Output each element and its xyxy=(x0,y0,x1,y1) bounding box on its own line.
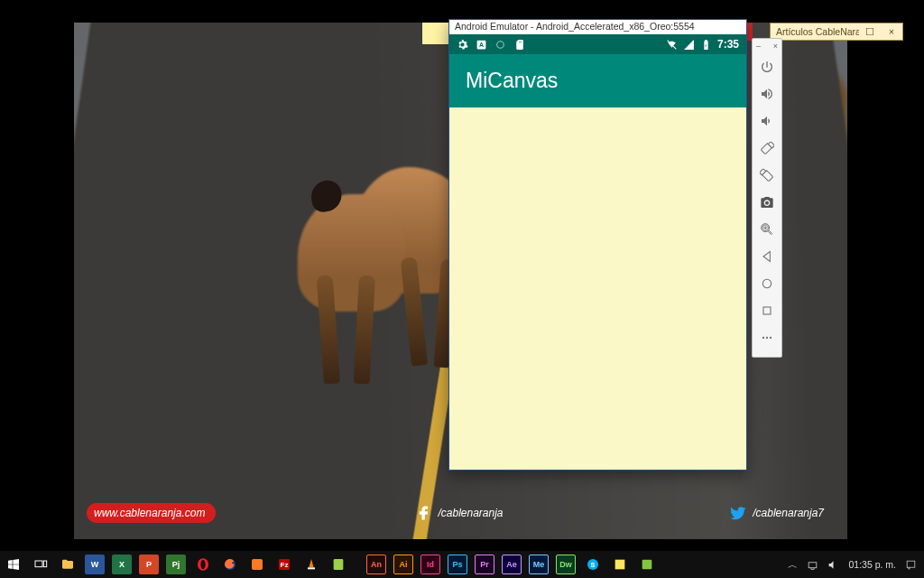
status-clock: 7:35 xyxy=(717,38,739,51)
gear-icon xyxy=(457,39,468,51)
battery-icon xyxy=(700,39,712,51)
android-emulator-window[interactable]: Android Emulator - Android_Accelerated_x… xyxy=(448,19,747,471)
ae-icon: Ae xyxy=(502,555,522,574)
skype-icon: S xyxy=(586,557,600,572)
photoshop-icon: Ps xyxy=(448,555,467,574)
letter-a-icon: A xyxy=(476,39,487,51)
taskbar-androidstudio[interactable] xyxy=(633,551,661,578)
volume-down-icon xyxy=(760,114,774,128)
task-view-icon xyxy=(33,557,48,572)
opera-icon xyxy=(196,557,210,572)
circle-icon xyxy=(494,39,506,51)
svg-point-11 xyxy=(200,560,205,570)
bg-window-maximize[interactable]: ☐ xyxy=(859,26,881,38)
emu-tool-rotate-left[interactable] xyxy=(754,135,780,162)
bg-window-close[interactable]: × xyxy=(881,26,902,37)
word-icon: W xyxy=(85,555,105,574)
svg-point-2 xyxy=(497,41,504,48)
volume-up-icon xyxy=(760,87,774,101)
android-status-bar: A 7:35 xyxy=(449,34,746,54)
svg-rect-16 xyxy=(308,567,315,569)
more-icon xyxy=(760,331,774,345)
svg-rect-4 xyxy=(763,307,771,314)
taskbar-animate[interactable]: An xyxy=(363,551,390,578)
filezilla-icon: Fz xyxy=(277,557,291,572)
background-window-title: Artículos CableNaranja xyxy=(771,26,859,37)
svg-rect-17 xyxy=(334,559,344,570)
windows-icon xyxy=(6,557,21,572)
taskbar-media-encoder[interactable]: Me xyxy=(525,551,552,578)
me-icon: Me xyxy=(529,555,549,574)
svg-rect-13 xyxy=(252,559,263,570)
start-button[interactable] xyxy=(0,551,27,578)
xampp-icon xyxy=(250,557,264,572)
emu-tool-overview[interactable] xyxy=(754,297,780,324)
taskbar-photoshop[interactable]: Ps xyxy=(444,551,471,578)
task-view-button[interactable] xyxy=(27,551,54,578)
facebook-icon xyxy=(414,504,432,522)
svg-rect-22 xyxy=(809,562,818,567)
emu-tool-rotate-right[interactable] xyxy=(754,162,780,189)
file-explorer-button[interactable] xyxy=(54,551,81,578)
zoom-icon xyxy=(760,222,774,237)
rotate-right-icon xyxy=(760,168,774,182)
android-app-body[interactable] xyxy=(449,107,746,470)
svg-rect-8 xyxy=(35,561,42,567)
taskbar-dreamweaver[interactable]: Dw xyxy=(552,551,579,578)
svg-rect-21 xyxy=(642,560,652,570)
taskbar-excel[interactable]: X xyxy=(108,551,135,578)
signal-icon xyxy=(683,39,695,51)
taskbar-premiere[interactable]: Pr xyxy=(471,551,498,578)
tray-network-icon[interactable] xyxy=(807,559,818,571)
background-window[interactable]: Artículos CableNaranja ☐ × xyxy=(770,23,903,41)
taskbar-project[interactable]: Pj xyxy=(162,551,189,578)
taskbar-opera[interactable] xyxy=(189,551,217,578)
twitter-label: /cablenaranja7 xyxy=(753,507,824,519)
taskbar-firefox[interactable] xyxy=(217,551,244,578)
svg-rect-23 xyxy=(907,561,915,567)
taskbar-powerpoint[interactable]: P xyxy=(135,551,162,578)
notepadpp-icon xyxy=(331,557,346,572)
taskbar-indesign[interactable]: Id xyxy=(417,551,444,578)
vlc-icon xyxy=(304,557,319,572)
tray-notifications-icon[interactable] xyxy=(905,559,917,571)
emu-tool-more[interactable] xyxy=(754,324,780,351)
taskbar-stickynotes[interactable] xyxy=(606,551,633,578)
taskbar-filezilla[interactable]: Fz xyxy=(271,551,298,578)
system-tray: ︿ 01:35 p. m. xyxy=(781,558,924,572)
taskbar-word[interactable]: W xyxy=(81,551,108,578)
emu-tool-power[interactable] xyxy=(754,53,780,80)
taskbar-skype[interactable]: S xyxy=(579,551,606,578)
link-twitter: /cablenaranja7 xyxy=(722,503,835,523)
excel-icon: X xyxy=(112,555,132,574)
tray-clock[interactable]: 01:35 p. m. xyxy=(848,559,896,570)
androidstudio-icon xyxy=(640,557,654,572)
taskbar-illustrator[interactable]: Ai xyxy=(390,551,417,578)
sticky-note[interactable] xyxy=(422,23,451,44)
windows-taskbar: W X P Pj Fz An Ai Id Ps Pr Ae Me Dw S ︿ … xyxy=(0,551,924,578)
power-icon xyxy=(760,60,774,74)
emu-tool-volume-down[interactable] xyxy=(754,107,780,135)
circle-home-icon xyxy=(760,276,774,291)
emu-tool-back[interactable] xyxy=(754,243,780,270)
powerpoint-icon: P xyxy=(139,555,159,574)
taskbar-aftereffects[interactable]: Ae xyxy=(498,551,525,578)
link-website: www.cablenaranja.com xyxy=(87,503,216,523)
emulator-toolbar: – × xyxy=(752,38,782,358)
svg-rect-9 xyxy=(43,561,46,567)
tray-volume-icon[interactable] xyxy=(827,559,839,571)
svg-point-7 xyxy=(770,337,772,339)
svg-rect-20 xyxy=(615,560,625,570)
taskbar-xampp[interactable] xyxy=(244,551,271,578)
tray-chevron-up-icon[interactable]: ︿ xyxy=(788,558,798,572)
taskbar-notepadpp[interactable] xyxy=(325,551,352,578)
emu-tool-close[interactable]: × xyxy=(773,42,778,51)
taskbar-vlc[interactable] xyxy=(298,551,325,578)
emu-tool-home[interactable] xyxy=(754,270,780,297)
folder-icon xyxy=(60,557,75,572)
emu-tool-volume-up[interactable] xyxy=(754,80,780,107)
emu-tool-zoom[interactable] xyxy=(754,216,780,243)
emulator-window-title: Android Emulator - Android_Accelerated_x… xyxy=(449,20,746,34)
emu-tool-screenshot[interactable] xyxy=(754,189,780,216)
emu-tool-minimize[interactable]: – xyxy=(756,42,761,51)
